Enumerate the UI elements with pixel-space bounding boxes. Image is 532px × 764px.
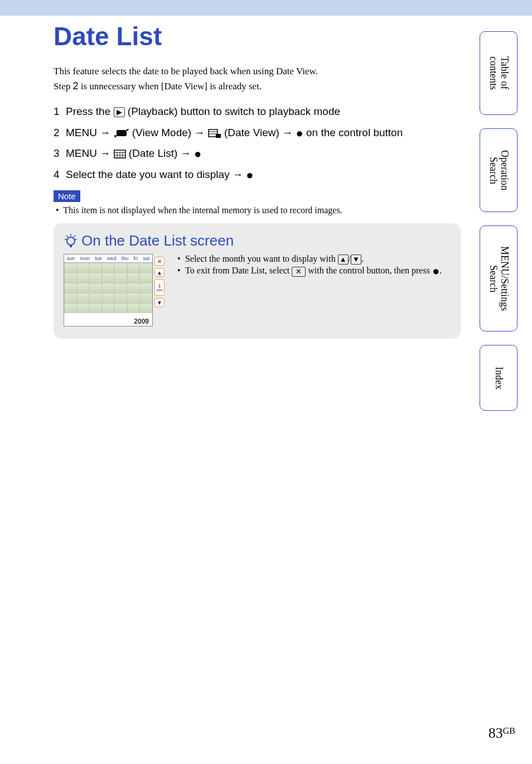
tab-label: MENU/Settings [499, 246, 510, 311]
cal-day: tue [95, 256, 102, 261]
tip-body: sun mon tue wed thu fri sat [64, 254, 451, 326]
arrow-icon: → [233, 169, 243, 180]
arrow-icon: → [181, 147, 191, 159]
side-nav-tabs: Table ofcontents OperationSearch MENU/Se… [480, 31, 518, 424]
arrow-icon: → [100, 127, 110, 138]
tip-bullets: Select the month you want to display wit… [177, 254, 451, 326]
calendar-close-button: ✕ [154, 257, 165, 266]
tip-b2a: To exit from Date List, select [185, 266, 292, 275]
svg-line-15 [66, 236, 68, 237]
svg-point-1 [114, 135, 117, 137]
step-num: 2 [54, 124, 66, 141]
down-button-icon: ▼ [351, 254, 361, 265]
calendar-illustration: sun mon tue wed thu fri sat [64, 254, 165, 326]
calendar-up-button: ▲ [154, 268, 165, 277]
page-num-value: 83 [489, 725, 503, 741]
cal-day: wed [107, 256, 117, 261]
cal-day: mon [80, 256, 90, 261]
center-button-icon: ● [246, 168, 253, 182]
cal-big-mon: JAN [156, 289, 162, 292]
arrow-icon: → [100, 147, 110, 159]
tab-label: Table of [499, 56, 510, 89]
tip-box: On the Date List screen sun mon tue wed … [54, 223, 461, 339]
page-num-suffix: GB [503, 726, 515, 736]
intro-paragraph: This feature selects the date to be play… [54, 65, 461, 93]
tab-label: Search [488, 157, 499, 184]
step-1: 1 Press the ▶ (Playback) button to switc… [54, 103, 461, 119]
step-text: MENU → (Date List) → ● [66, 145, 461, 161]
arrow-icon: → [194, 127, 205, 138]
step-2a: MENU [66, 127, 100, 138]
tip-title: On the Date List screen [64, 232, 451, 249]
step-1a: Press the [66, 105, 114, 117]
step-num: 3 [54, 145, 66, 161]
playback-icon: ▶ [114, 107, 125, 117]
date-view-icon [208, 128, 221, 138]
center-button-icon: ● [194, 147, 201, 161]
intro-line1: This feature selects the date to be play… [54, 66, 318, 76]
step-4a: Select the date you want to display [66, 169, 233, 180]
main-content: Date List This feature selects the date … [54, 21, 461, 339]
svg-point-12 [67, 237, 75, 245]
note-text: • This item is not displayed when the in… [56, 205, 461, 215]
step-2: 2 MENU → (View Mode) → (Date View) → ● o… [54, 124, 461, 141]
date-list-icon [114, 150, 126, 158]
calendar-grid [64, 263, 152, 313]
step-text: Select the date you want to display → ● [66, 166, 461, 182]
tab-index[interactable]: Index [480, 345, 518, 411]
tab-menu-settings-search[interactable]: MENU/SettingsSearch [480, 225, 518, 331]
cal-day: sun [67, 256, 75, 261]
step-2c: (Date View) [224, 127, 282, 138]
tip-b1c: . [361, 254, 364, 263]
step-num: 1 [54, 103, 66, 119]
view-mode-icon [114, 128, 129, 138]
page-number: 83GB [489, 725, 515, 742]
svg-line-16 [74, 236, 75, 237]
play-glyph: ▶ [117, 108, 122, 116]
step-text: MENU → (View Mode) → (Date View) → ● on … [66, 124, 461, 141]
svg-rect-0 [117, 130, 127, 136]
step-3: 3 MENU → (Date List) → ● [54, 145, 461, 161]
note-text-content: This item is not displayed when the inte… [63, 205, 342, 215]
calendar-down-button: ▼ [154, 298, 165, 307]
tip-b2b: with the control button, then press [306, 266, 432, 275]
calendar-days-header: sun mon tue wed thu fri sat [64, 254, 152, 263]
center-button-icon: ● [296, 126, 303, 140]
cal-day: sat [143, 256, 149, 261]
step-3b: (Date List) [129, 147, 181, 159]
hint-icon [64, 233, 78, 249]
tab-label: Index [493, 367, 504, 390]
calendar-month-indicator: 1JAN [154, 279, 165, 296]
tab-label: Operation [499, 150, 510, 190]
steps-list: 1 Press the ▶ (Playback) button to switc… [54, 103, 461, 182]
tab-operation-search[interactable]: OperationSearch [480, 128, 518, 212]
step-4: 4 Select the date you want to display → … [54, 166, 461, 182]
svg-rect-5 [216, 134, 221, 138]
tab-label: contents [488, 56, 499, 90]
tip-bullet-2: To exit from Date List, select ✕ with th… [177, 266, 451, 276]
step-2b: (View Mode) [132, 127, 195, 138]
step-2d: on the control button [306, 127, 403, 138]
tab-label: Search [488, 265, 499, 292]
tip-b2c: . [439, 266, 442, 275]
cal-day: fri [134, 256, 138, 261]
step-num: 4 [54, 166, 66, 182]
cal-day: thu [122, 256, 129, 261]
note-label: Note [54, 190, 80, 202]
x-button-icon: ✕ [292, 267, 306, 277]
calendar-year: 2009 [133, 318, 150, 325]
tab-table-of-contents[interactable]: Table ofcontents [480, 31, 518, 115]
intro-line2a: Step [54, 81, 72, 92]
intro-line2b: is unnecessary when [Date View] is alrea… [79, 81, 262, 92]
step-1b: (Playback) button to switch to playback … [128, 105, 340, 117]
cal-big-num: 1 [158, 284, 161, 289]
calendar-side-buttons: ✕ ▲ 1JAN ▼ [154, 257, 165, 307]
tip-title-text: On the Date List screen [81, 232, 234, 249]
header-band [0, 0, 532, 16]
intro-step-num: 2 [72, 80, 78, 92]
tip-bullet-1: Select the month you want to display wit… [177, 254, 451, 265]
step-3a: MENU [66, 147, 100, 159]
center-button-icon: ● [432, 265, 439, 278]
up-button-icon: ▲ [338, 254, 349, 265]
arrow-icon: → [282, 127, 293, 138]
